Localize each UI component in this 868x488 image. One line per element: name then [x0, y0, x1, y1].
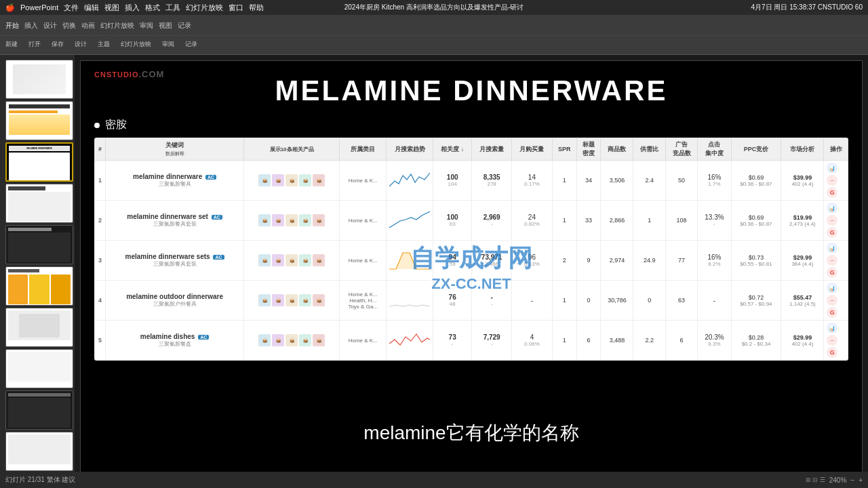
product-img: 📦 — [313, 254, 325, 266]
menu-file[interactable]: 文件 — [64, 3, 79, 13]
trend-cell: .trend-line-blue{stroke:#2980b9;stroke-w… — [387, 201, 433, 241]
relevance-cell: 100 63 — [433, 201, 472, 241]
relevance-cell: 94 59 — [433, 241, 472, 281]
main-layout: 19 20 21 MELAMINE DINNERWARE — [0, 55, 868, 479]
google-action-btn[interactable]: G — [827, 267, 837, 278]
action-cell[interactable]: 📊 − G — [824, 281, 848, 321]
keyword-cell: melamine dishes AC 三聚氰胺餐盘 — [106, 321, 244, 361]
table-header-row: # 关键词数据解释 展示10条相关产品 所属类目 月搜索趋势 相关度 ↓ 月搜索… — [95, 138, 848, 161]
slide-title: MELAMINE DINNERWARE — [94, 75, 848, 107]
slide-item-25[interactable]: 25 — [5, 308, 69, 347]
action-cell[interactable]: 📊 − G — [824, 161, 848, 201]
menu-slideshow[interactable]: 幻灯片放映 — [186, 3, 223, 13]
ribbon-tab-review[interactable]: 审阅 — [140, 21, 153, 30]
product-img: 📦 — [299, 254, 311, 266]
ribbon-tab-record[interactable]: 记录 — [178, 21, 191, 30]
ribbon-tab-design[interactable]: 设计 — [43, 21, 57, 30]
items-cell: 2,866 — [601, 201, 633, 241]
market-cell: $39.99 402 (4.4) — [781, 161, 824, 201]
menu-edit[interactable]: 编辑 — [84, 3, 99, 13]
tool-notes[interactable]: 记录 — [185, 40, 197, 49]
zoom-in[interactable]: + — [859, 476, 863, 484]
category-cell: Home & K... Health, H... Toys & Ga... — [340, 281, 387, 321]
status-right: ⊞ ⊟ ☰ 240% − + — [806, 476, 863, 484]
items-cell: 30,786 — [601, 281, 633, 321]
menu-tools[interactable]: 工具 — [165, 3, 180, 13]
tool-review[interactable]: 审阅 — [162, 40, 174, 49]
ribbon-tab-slideshow[interactable]: 幻灯片放映 — [100, 21, 134, 30]
slide-wrapper: CNSTUDIO.COM MELAMINE DINNERWARE 密胺 # — [80, 60, 863, 474]
slide-item-28[interactable]: 28 — [5, 432, 69, 471]
ribbon-tab-insert[interactable]: 插入 — [24, 21, 38, 30]
action-cell[interactable]: 📊 − G — [824, 241, 848, 281]
chart-action-btn[interactable]: 📊 — [827, 243, 837, 253]
mac-bar-left: 🍎 PowerPoint 文件 编辑 视图 插入 格式 工具 幻灯片放映 窗口 … — [5, 3, 264, 13]
tool-save[interactable]: 保存 — [52, 40, 64, 49]
chart-action-btn[interactable]: 📊 — [827, 283, 837, 293]
ribbon-tab-transition[interactable]: 切换 — [62, 21, 76, 30]
ribbon-tab-view[interactable]: 视图 — [159, 21, 172, 30]
tool-new[interactable]: 新建 — [5, 40, 18, 49]
mac-topbar: 🍎 PowerPoint 文件 编辑 视图 插入 格式 工具 幻灯片放映 窗口 … — [0, 0, 868, 15]
zoom-out[interactable]: − — [850, 476, 854, 484]
pp-ribbon[interactable]: 开始 插入 设计 切换 动画 幻灯片放映 审阅 视图 记录 — [0, 16, 868, 35]
product-img: 📦 — [258, 334, 271, 346]
google-action-btn[interactable]: G — [827, 347, 837, 358]
slide-item-27[interactable]: 27 — [5, 390, 69, 430]
menu-window[interactable]: 窗口 — [229, 3, 243, 13]
chart-action-btn[interactable]: 📊 — [827, 323, 837, 333]
google-action-btn[interactable]: G — [827, 227, 837, 238]
ribbon-tab-animation[interactable]: 动画 — [81, 21, 95, 30]
row-num: 5 — [95, 321, 106, 361]
minus-action-btn[interactable]: − — [827, 295, 837, 306]
chart-action-btn[interactable]: 📊 — [827, 203, 837, 214]
menu-format[interactable]: 格式 — [145, 3, 160, 13]
ribbon-tab-home[interactable]: 开始 — [5, 21, 19, 30]
app-name[interactable]: PowerPoint — [20, 3, 58, 12]
chart-action-btn[interactable]: 📊 — [827, 163, 837, 174]
table-row: 1 melamine dinnerware AC 三聚氰胺餐具 📦📦📦📦📦 Ho… — [95, 161, 848, 201]
action-cell[interactable]: 📊 − G — [824, 201, 848, 241]
minus-action-btn[interactable]: − — [827, 335, 837, 346]
ppc-cell: $0.28 $0.2 - $0.34 — [731, 321, 781, 361]
ad-items-cell: 50 — [665, 161, 697, 201]
tool-slideshow-start[interactable]: 幻灯片放映 — [121, 40, 151, 49]
minus-action-btn[interactable]: − — [827, 215, 837, 226]
col-title-density: 标题密度 — [576, 138, 601, 161]
category-cell: Home & K... — [340, 241, 387, 281]
slide-item-22[interactable]: 22 — [5, 184, 69, 223]
slide-item-19[interactable]: 19 — [5, 60, 69, 99]
title-density-cell: 34 — [576, 161, 601, 201]
menu-help[interactable]: 帮助 — [249, 3, 264, 13]
spr-cell: 1 — [552, 281, 576, 321]
col-category: 所属类目 — [340, 138, 387, 161]
google-action-btn[interactable]: G — [827, 187, 837, 198]
logo: CNSTUDIO.COM — [94, 69, 164, 79]
col-click-focus: 点击集中度 — [698, 138, 731, 161]
tool-theme[interactable]: 主题 — [98, 40, 110, 49]
menu-view[interactable]: 视图 — [104, 3, 119, 13]
slide-item-20[interactable]: 20 — [5, 101, 69, 140]
product-img: 📦 — [313, 214, 325, 226]
slide-item-24[interactable]: 24 — [5, 266, 69, 306]
slide-item-23[interactable]: 23 — [5, 225, 69, 264]
tool-open[interactable]: 打开 — [28, 40, 41, 49]
minus-action-btn[interactable]: − — [827, 255, 837, 266]
google-action-btn[interactable]: G — [827, 307, 837, 318]
product-img: 📦 — [285, 294, 298, 306]
supply-demand-cell: 0 — [633, 281, 665, 321]
tool-format[interactable]: 设计 — [75, 40, 87, 49]
apple-icon[interactable]: 🍎 — [5, 3, 15, 12]
action-cell[interactable]: 📊 − G — [824, 321, 848, 361]
pp-toolbar: 开始 插入 设计 切换 动画 幻灯片放映 审阅 视图 记录 新建 打开 保存 设… — [0, 15, 868, 55]
row-num: 3 — [95, 241, 106, 281]
slide-item-26[interactable]: 26 — [5, 349, 69, 388]
items-cell: 2,974 — [601, 241, 633, 281]
monthly-buy-cell: 14 0.17% — [512, 161, 552, 201]
monthly-search-cell: 73,971 2,466 — [472, 241, 512, 281]
slide-item-21[interactable]: 21 MELAMINE DINNERWARE — [5, 142, 69, 182]
product-img: 📦 — [299, 294, 311, 306]
menu-insert[interactable]: 插入 — [125, 3, 140, 13]
product-img: 📦 — [258, 294, 271, 306]
minus-action-btn[interactable]: − — [827, 175, 837, 186]
